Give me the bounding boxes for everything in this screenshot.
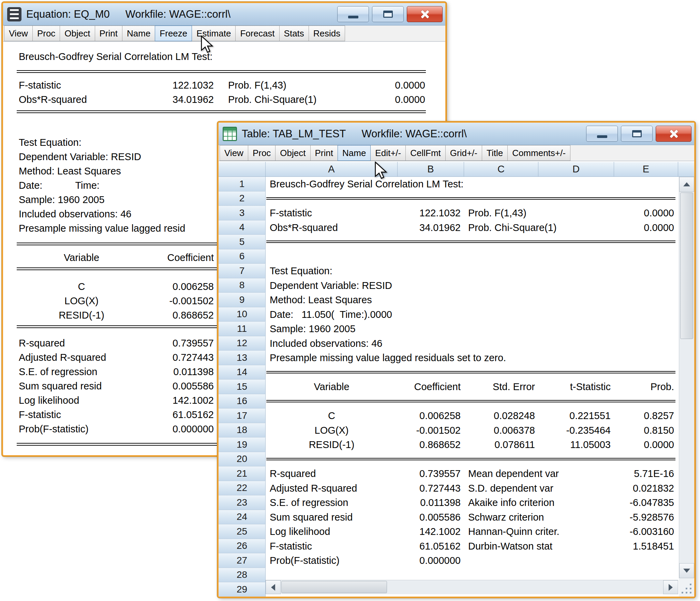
horizontal-scroll-thumb[interactable] (281, 581, 387, 593)
cell-e15[interactable]: Prob. (614, 380, 677, 394)
scroll-right-button[interactable] (663, 580, 678, 594)
cell-a27[interactable]: Prob(F-statistic) (266, 553, 398, 568)
cell-a25[interactable]: Log likelihood (266, 524, 398, 539)
cell-e25[interactable]: -6.003160 (614, 524, 677, 539)
cell-cd23[interactable]: Akaike info criterion (464, 495, 614, 510)
menu-button-cellfmt[interactable]: CellFmt (405, 145, 446, 161)
cell-b24[interactable]: 0.005586 (398, 510, 464, 525)
menu-button-proc[interactable]: Proc (248, 145, 275, 161)
cell-e3[interactable]: 0.0000 (614, 206, 677, 220)
cell-e21[interactable]: 5.71E-16 (614, 466, 677, 481)
close-button[interactable] (656, 126, 691, 142)
vertical-scrollbar[interactable] (679, 177, 694, 578)
cell-e17[interactable]: 0.8257 (614, 409, 677, 423)
row-number[interactable]: 29 (219, 582, 266, 597)
cell-d17[interactable]: 0.221551 (538, 409, 614, 423)
cell-e18[interactable]: 0.8150 (614, 423, 677, 438)
menu-button-grid[interactable]: Grid+/- (445, 145, 482, 161)
row-number[interactable]: 6 (219, 249, 266, 264)
cell-a23[interactable]: S.E. of regression (266, 495, 398, 510)
menu-button-view[interactable]: View (4, 26, 33, 41)
cell-b17[interactable]: 0.006258 (398, 409, 464, 423)
cell-cd3[interactable]: Prob. F(1,43) (464, 206, 614, 220)
row-number[interactable]: 24 (219, 510, 266, 525)
column-header-d[interactable]: D (538, 162, 614, 177)
cell-cd4[interactable]: Prob. Chi-Square(1) (464, 220, 614, 235)
menu-button-resids[interactable]: Resids (309, 26, 345, 41)
row-number[interactable]: 8 (219, 278, 266, 293)
menu-button-edit[interactable]: Edit+/- (370, 145, 406, 161)
cell-b3[interactable]: 122.1032 (398, 206, 464, 220)
cell-c19[interactable]: 0.078611 (464, 437, 538, 452)
cell-e22[interactable]: 0.021832 (614, 481, 677, 496)
horizontal-scroll-track[interactable] (281, 580, 663, 594)
column-header-b[interactable]: B (398, 162, 464, 177)
menu-button-title[interactable]: Title (482, 145, 508, 161)
table-window-titlebar[interactable]: Table: TAB_LM_TEST Workfile: WAGE::corrl… (219, 123, 694, 145)
cell-b19[interactable]: 0.868652 (398, 437, 464, 452)
row-number[interactable]: 22 (219, 481, 266, 496)
cell-cd21[interactable]: Mean dependent var (464, 466, 614, 481)
menu-button-stats[interactable]: Stats (279, 26, 309, 41)
close-button[interactable] (407, 6, 443, 22)
cell-a4[interactable]: Obs*R-squared (266, 220, 398, 235)
cell-a24[interactable]: Sum squared resid (266, 510, 398, 525)
cell-a18[interactable]: LOG(X) (266, 423, 398, 438)
equation-icon[interactable] (7, 7, 21, 21)
cell-a17[interactable]: C (266, 409, 398, 423)
row-number[interactable]: 4 (219, 220, 266, 235)
menu-button-print[interactable]: Print (310, 145, 338, 161)
cell-a9[interactable]: Method: Least Squares (266, 293, 677, 307)
cell-b21[interactable]: 0.739557 (398, 466, 464, 481)
menu-button-name[interactable]: Name (338, 145, 371, 161)
scroll-left-button[interactable] (266, 580, 281, 594)
row-number[interactable]: 2 (219, 191, 266, 206)
cell-b26[interactable]: 61.05162 (398, 539, 464, 554)
cell-a7[interactable]: Test Equation: (266, 264, 677, 278)
row-number[interactable]: 1 (219, 177, 266, 191)
cell-a19[interactable]: RESID(-1) (266, 437, 398, 452)
cell-cd25[interactable]: Hannan-Quinn criter. (464, 524, 614, 539)
cell-e24[interactable]: -5.928576 (614, 510, 677, 525)
row-number[interactable]: 12 (219, 336, 266, 351)
equation-window-titlebar[interactable]: Equation: EQ_M0 Workfile: WAGE::corrl\ (3, 3, 445, 26)
row-number[interactable]: 18 (219, 423, 266, 438)
menu-button-object[interactable]: Object (275, 145, 310, 161)
row-number[interactable]: 3 (219, 206, 266, 220)
row-number[interactable]: 27 (219, 553, 266, 568)
row-number[interactable]: 28 (219, 568, 266, 583)
cell-a21[interactable]: R-squared (266, 466, 398, 481)
column-header-c[interactable]: C (464, 162, 538, 177)
cell-b22[interactable]: 0.727443 (398, 481, 464, 496)
cell-c17[interactable]: 0.028248 (464, 409, 538, 423)
cell-a13[interactable]: Presample missing value lagged residuals… (266, 351, 677, 365)
cell-a10[interactable]: Date: 11.050( Time:).0000 (266, 307, 677, 322)
row-number[interactable]: 23 (219, 495, 266, 510)
cell-b27[interactable]: 0.000000 (398, 553, 464, 568)
menu-button-comments[interactable]: Comments+/- (507, 145, 570, 161)
menu-button-name[interactable]: Name (122, 26, 155, 41)
row-number[interactable]: 25 (219, 524, 266, 539)
row-number[interactable]: 7 (219, 264, 266, 278)
menu-button-print[interactable]: Print (95, 26, 122, 41)
maximize-button[interactable] (621, 126, 653, 142)
cell-b4[interactable]: 34.01962 (398, 220, 464, 235)
column-header-corner[interactable] (219, 162, 266, 177)
cell-d15[interactable]: t-Statistic (538, 380, 614, 394)
menu-button-view[interactable]: View (220, 145, 248, 161)
column-header-e[interactable]: E (614, 162, 678, 177)
table-icon[interactable] (223, 127, 237, 141)
cell-e4[interactable]: 0.0000 (614, 220, 677, 235)
cell-b25[interactable]: 142.1002 (398, 524, 464, 539)
cell-cd26[interactable]: Durbin-Watson stat (464, 539, 614, 554)
cell-c15[interactable]: Std. Error (464, 380, 538, 394)
cell-a1[interactable]: Breusch-Godfrey Serial Correlation LM Te… (266, 177, 677, 191)
cell-cd22[interactable]: S.D. dependent var (464, 481, 614, 496)
cell-a12[interactable]: Included observations: 46 (266, 336, 677, 351)
row-number[interactable]: 16 (219, 394, 266, 409)
row-number[interactable]: 26 (219, 539, 266, 554)
row-number[interactable]: 20 (219, 452, 266, 467)
menu-button-object[interactable]: Object (60, 26, 95, 41)
cell-b18[interactable]: -0.001502 (398, 423, 464, 438)
minimize-button[interactable] (337, 6, 369, 22)
